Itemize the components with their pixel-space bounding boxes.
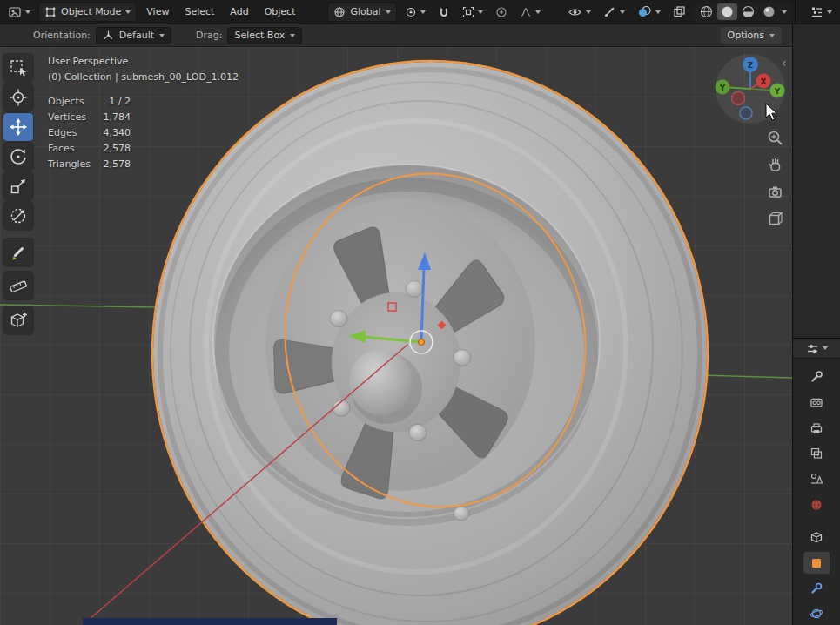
tab-world[interactable] xyxy=(803,494,830,515)
chevron-down-icon xyxy=(620,10,625,14)
chevron-down-icon xyxy=(535,10,541,14)
viewport-editor-icon xyxy=(8,5,22,19)
falloff-dropdown[interactable] xyxy=(515,3,545,21)
measure-tool-button[interactable] xyxy=(3,272,33,299)
shading-rendered-button[interactable] xyxy=(759,3,779,20)
status-strip xyxy=(83,618,337,625)
orientation-label: Orientation: xyxy=(33,30,91,41)
snap-settings-dropdown[interactable] xyxy=(458,3,487,21)
object-origin xyxy=(419,339,425,346)
properties-editor-icon xyxy=(806,342,819,355)
pivot-point-dropdown[interactable] xyxy=(400,3,430,21)
stat-row: Faces2,578 xyxy=(48,141,131,157)
menu-view[interactable]: View xyxy=(140,3,175,21)
scene-statistics: Objects1 / 2 Vertices1,784 Edges4,340 Fa… xyxy=(48,94,131,172)
outliner-panel[interactable] xyxy=(792,24,840,338)
stat-row: Vertices1,784 xyxy=(48,110,131,125)
orientation-dropdown[interactable]: Global xyxy=(327,3,396,22)
gizmo-arrow-icon xyxy=(603,5,616,18)
viewport-header: Object Mode View Select Add Object Globa… xyxy=(0,0,840,24)
chevron-down-icon xyxy=(823,346,828,350)
proportional-editing-button[interactable] xyxy=(491,3,512,21)
projection-toggle-button[interactable] xyxy=(763,206,787,231)
tab-view-layer[interactable] xyxy=(803,442,830,464)
magnet-icon xyxy=(438,6,450,18)
gizmos-dropdown[interactable] xyxy=(599,3,629,21)
tab-collection[interactable] xyxy=(803,526,830,548)
header-divider xyxy=(795,0,796,24)
drag-mode-dropdown[interactable]: Select Box xyxy=(227,27,302,44)
shading-wireframe-button[interactable] xyxy=(696,3,716,20)
chevron-down-icon xyxy=(420,10,426,14)
stat-row: Objects1 / 2 xyxy=(48,94,131,110)
drag-mode-value: Select Box xyxy=(234,30,285,41)
transform-orientation-value: Default xyxy=(119,30,154,41)
outliner-editor-button[interactable] xyxy=(806,3,837,21)
mode-dropdown-label: Object Mode xyxy=(61,6,121,17)
shading-solid-button[interactable] xyxy=(717,3,737,20)
chevron-down-icon xyxy=(655,10,661,14)
active-object-label: (0) Collection | submesh_00_LOD_1.012 xyxy=(48,70,239,85)
view-perspective-label: User Perspective xyxy=(48,54,239,70)
wheel-mesh[interactable] xyxy=(152,61,708,625)
options-dropdown[interactable]: Options xyxy=(721,27,782,44)
overlays-icon xyxy=(637,5,652,18)
eye-icon xyxy=(568,6,582,18)
sidebar-collapse-arrow[interactable]: ‹ xyxy=(782,56,787,70)
camera-view-button[interactable] xyxy=(763,179,787,204)
scale-tool-button[interactable] xyxy=(3,172,33,200)
mouse-cursor xyxy=(764,103,780,122)
viewport-info: User Perspective (0) Collection | submes… xyxy=(48,54,239,85)
transform-tool-button[interactable] xyxy=(3,202,33,230)
move-tool-button[interactable] xyxy=(3,113,33,141)
axis-y-label: Y xyxy=(719,84,726,92)
overlays-dropdown[interactable] xyxy=(633,3,665,21)
menu-object[interactable]: Object xyxy=(259,3,302,21)
pivot-point-icon xyxy=(405,6,417,18)
cursor-tool-button[interactable] xyxy=(3,84,33,111)
rotate-tool-button[interactable] xyxy=(3,143,33,171)
tab-output[interactable] xyxy=(803,417,830,439)
editor-type-button[interactable] xyxy=(3,3,35,22)
axis-x-neg-ball[interactable] xyxy=(732,92,745,105)
tab-modifiers[interactable] xyxy=(803,577,830,599)
shading-material-button[interactable] xyxy=(738,3,758,20)
annotate-tool-button[interactable] xyxy=(3,239,33,266)
properties-tab-strip xyxy=(792,359,840,625)
proportional-editing-icon xyxy=(495,6,507,18)
menu-select[interactable]: Select xyxy=(178,3,220,21)
axis-z-neg-ball[interactable] xyxy=(740,107,752,119)
chevron-down-icon xyxy=(769,34,775,37)
tab-render[interactable] xyxy=(803,391,830,413)
chevron-down-icon xyxy=(586,10,591,14)
chevron-down-icon xyxy=(125,10,131,14)
chevron-down-icon xyxy=(386,10,391,14)
transform-orientation-dropdown[interactable]: Default xyxy=(96,27,171,44)
zoom-button[interactable] xyxy=(763,125,787,150)
axis-x-label: X xyxy=(761,77,767,86)
pan-hand-button[interactable] xyxy=(763,152,787,177)
object-mode-icon xyxy=(44,6,57,18)
viewport-nav-buttons xyxy=(763,125,787,231)
properties-editor-header[interactable] xyxy=(792,338,840,359)
visibility-dropdown[interactable] xyxy=(563,3,595,21)
chevron-down-icon xyxy=(827,10,832,14)
3d-viewport[interactable]: User Perspective (0) Collection | submes… xyxy=(0,47,792,625)
axis-y-neg-label: Y xyxy=(774,87,781,96)
tab-tool[interactable] xyxy=(803,366,830,387)
add-cube-tool-button[interactable] xyxy=(3,306,33,334)
xray-icon xyxy=(673,5,686,18)
stat-row: Triangles2,578 xyxy=(48,157,131,172)
snap-toggle-button[interactable] xyxy=(433,3,454,21)
mode-dropdown[interactable]: Object Mode xyxy=(38,3,137,22)
options-label: Options xyxy=(728,30,764,41)
select-box-tool-button[interactable] xyxy=(3,54,33,82)
tab-scene[interactable] xyxy=(803,468,830,490)
outliner-editor-icon xyxy=(810,5,823,18)
axis-gizmo-icon xyxy=(103,30,114,41)
xray-toggle-button[interactable] xyxy=(669,3,690,21)
chevron-down-icon xyxy=(478,10,483,14)
tab-physics[interactable] xyxy=(803,603,830,625)
menu-add[interactable]: Add xyxy=(224,3,254,21)
tab-object[interactable] xyxy=(803,552,830,574)
